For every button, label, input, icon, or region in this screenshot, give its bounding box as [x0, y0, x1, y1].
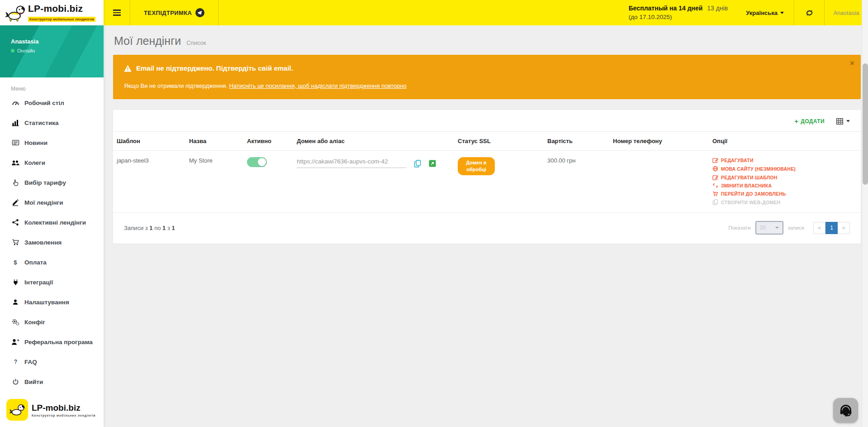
- pager: « 1 »: [813, 222, 850, 234]
- chart-icon: [11, 119, 20, 126]
- question-icon: ?: [11, 358, 20, 365]
- prev-page-button[interactable]: «: [813, 222, 825, 234]
- trial-plan-label: Бесплатный на 14 дней: [629, 5, 703, 12]
- users-icon: [11, 159, 20, 166]
- warning-triangle-icon: [124, 65, 132, 72]
- column-header: Активно: [243, 132, 293, 151]
- headset-icon: [839, 404, 853, 417]
- footer-brand-name: LP-mobi.biz: [32, 403, 95, 413]
- cart2-icon: [712, 191, 719, 197]
- template-cell: japan-steel3: [113, 151, 185, 213]
- edit-landing-option[interactable]: РЕДАГУВАТИ: [712, 157, 858, 163]
- online-dot-icon: [11, 49, 14, 53]
- close-icon[interactable]: ×: [850, 59, 854, 67]
- footer-logo-square: [6, 399, 28, 421]
- options-cell: РЕДАГУВАТИМОВА САЙТУ (НЕЗМІНЮВАНЕ)РЕДАГУ…: [709, 151, 861, 213]
- table-header-row: ШаблонНазваАктивноДомен або аліасСтатус …: [113, 132, 861, 151]
- column-header: Назва: [185, 132, 243, 151]
- support-link[interactable]: ТЕХПІДТРИМКА: [130, 0, 218, 25]
- page-title: Мої лендінги: [114, 34, 181, 48]
- svg-text:?: ?: [14, 359, 17, 365]
- sidebar-item-label: Конфіг: [24, 319, 45, 326]
- sidebar-item-label: Колеги: [24, 159, 45, 166]
- option-label: МОВА САЙТУ (НЕЗМІНЮВАНЕ): [721, 166, 796, 172]
- sidebar-item-collective-landings[interactable]: Колективні лендінги: [0, 212, 104, 232]
- sidebar-item-news[interactable]: Новини: [0, 133, 104, 153]
- alert-body: Якщо Ви не отримали підтвердження. Натис…: [124, 82, 850, 89]
- page-scrollbar[interactable]: [862, 0, 868, 427]
- svg-text:$: $: [14, 259, 17, 266]
- records-summary: Записи з 1 по 1 з 1: [124, 225, 175, 231]
- scrollbar-thumb[interactable]: [863, 63, 868, 185]
- main-content: Мої лендінги Список × Email не підтвердж…: [104, 25, 868, 427]
- sidebar-item-label: Вийти: [24, 379, 43, 385]
- domain-input[interactable]: [297, 157, 406, 168]
- sidebar-item-label: Робочий стіл: [24, 100, 64, 106]
- sidebar-item-logout[interactable]: Вийти: [0, 372, 104, 392]
- column-header: Вартість: [544, 132, 609, 151]
- sidebar-item-payment[interactable]: $Оплата: [0, 252, 104, 272]
- dog-mascot-icon: [8, 403, 26, 417]
- option-label: ЗМІНИТИ ВЛАСНИКА: [721, 183, 772, 188]
- columns-toggle-button[interactable]: [836, 118, 850, 125]
- edit-template-option[interactable]: РЕДАГУВАТИ ШАБЛОН: [712, 174, 858, 180]
- add-landing-button[interactable]: + ДОДАТИ: [794, 117, 825, 125]
- open-site-button[interactable]: [429, 160, 436, 168]
- sidebar-item-settings[interactable]: Налаштування: [0, 292, 104, 312]
- refresh-button[interactable]: [794, 0, 824, 25]
- copy-domain-button[interactable]: [414, 160, 421, 169]
- show-label: Показати: [728, 225, 750, 230]
- ssl-status-cell: Домен в обробці: [454, 151, 544, 213]
- go-to-orders-option[interactable]: ПЕРЕЙТИ ДО ЗАМОВЛЕНЬ: [712, 191, 858, 197]
- exchange-icon: [712, 183, 719, 188]
- column-header: Номер телефону: [609, 132, 709, 151]
- sidebar-item-statistics[interactable]: Статистика: [0, 113, 104, 133]
- page-1-button[interactable]: 1: [825, 222, 838, 234]
- gauge-icon: [11, 99, 20, 107]
- name-cell: My Store: [185, 151, 243, 213]
- sidebar-item-config[interactable]: Конфіг: [0, 312, 104, 332]
- dog-mascot-icon: [4, 4, 27, 22]
- email-warning-banner: × Email не підтверджено. Підтвердіть сві…: [113, 55, 861, 99]
- edit-icon: [712, 174, 719, 180]
- sidebar-item-my-landings[interactable]: Мої лендінги: [0, 192, 104, 212]
- active-toggle[interactable]: [247, 157, 267, 167]
- brand-logo[interactable]: LP-mobi.biz Конструктор мобильных лендин…: [0, 0, 104, 25]
- refresh-icon: [805, 9, 814, 17]
- sidebar-item-integrations[interactable]: Інтеграції: [0, 272, 104, 292]
- brand-tagline: Конструктор мобильных лендингов: [28, 17, 95, 22]
- support-chat-button[interactable]: [833, 398, 858, 423]
- column-header: Шаблон: [113, 132, 185, 151]
- edit-icon: [712, 157, 719, 163]
- change-owner-option[interactable]: ЗМІНИТИ ВЛАСНИКА: [712, 183, 858, 188]
- sidebar-item-label: FAQ: [24, 359, 37, 365]
- create-web-domain-option: СТВОРИТИ WEB-ДОМЕН: [712, 199, 858, 205]
- sidebar-item-label: Замовлення: [24, 239, 62, 246]
- next-page-button[interactable]: »: [838, 222, 850, 234]
- resend-confirmation-link[interactable]: Натисніть це посилання, щоб надіслати пі…: [229, 82, 407, 89]
- language-selector[interactable]: Українська: [736, 0, 794, 25]
- plus-icon: +: [794, 117, 798, 125]
- dollar-icon: $: [11, 259, 20, 266]
- sidebar-item-dashboard[interactable]: Робочий стіл: [0, 93, 104, 113]
- site-language-option[interactable]: МОВА САЙТУ (НЕЗМІНЮВАНЕ): [712, 166, 858, 172]
- column-header: Домен або аліас: [293, 132, 454, 151]
- hamburger-menu-icon[interactable]: [104, 0, 130, 25]
- sidebar-item-tariff[interactable]: Вибір тарифу: [0, 173, 104, 192]
- news-icon: [11, 139, 20, 146]
- sidebar-item-label: Інтеграції: [24, 279, 53, 286]
- alert-title-text: Email не підтверджено. Підтвердіть свій …: [136, 64, 293, 72]
- sidebar-item-referral[interactable]: Реферальна програма: [0, 332, 104, 352]
- page-size-select[interactable]: 20: [755, 221, 783, 235]
- sidebar-item-orders[interactable]: Замовлення: [0, 232, 104, 252]
- sidebar-item-colleagues[interactable]: Колеги: [0, 153, 104, 173]
- sidebar-item-faq[interactable]: ?FAQ: [0, 352, 104, 372]
- sidebar-item-label: Оплата: [24, 259, 47, 266]
- footer-brand-tagline: Конструктор мобільних лендінгів: [32, 414, 95, 417]
- pencil-icon: [11, 199, 20, 206]
- trial-until-date: (до 17.10.2025): [629, 13, 728, 22]
- gears-icon: [11, 318, 20, 326]
- footer-brand-logo[interactable]: LP-mobi.biz Конструктор мобільних лендін…: [0, 394, 104, 427]
- table-grid-icon: [836, 118, 843, 125]
- telegram-icon: [195, 8, 204, 17]
